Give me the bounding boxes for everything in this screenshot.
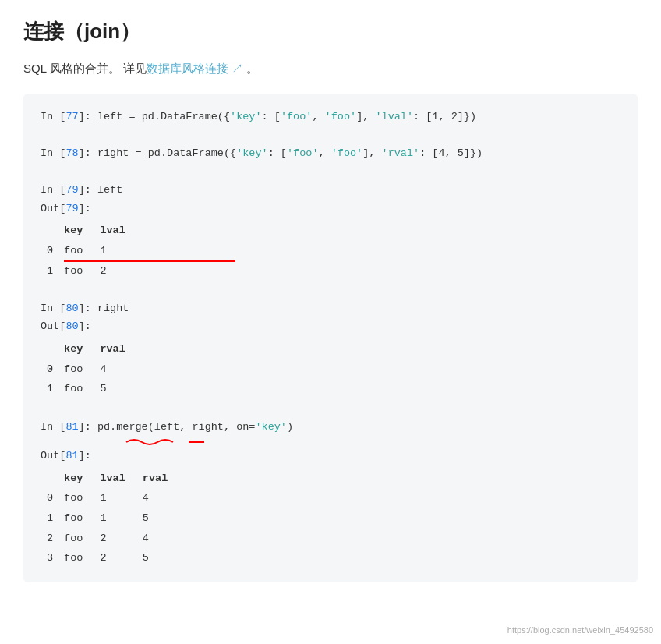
intro-text: SQL 风格的合并。 详见数据库风格连接 ↗ 。	[23, 59, 638, 78]
main-code-block: In [77]: left = pd.DataFrame({'key': ['f…	[23, 94, 638, 582]
table-79: key lval 0 foo 1 1 foo 2	[41, 221, 620, 281]
cell-79: In [79]: left Out[79]: key lval 0 foo 1	[41, 181, 620, 281]
cell-number-79: 79	[65, 184, 78, 196]
cell-77: In [77]: left = pd.DataFrame({'key': ['f…	[41, 108, 620, 126]
page-title: 连接（join）	[23, 16, 638, 48]
table-81: key lval rval 0 foo 1 4 1 foo 1 5 2	[41, 469, 620, 568]
cell-78: In [78]: right = pd.DataFrame({'key': ['…	[41, 144, 620, 163]
cell-number-80: 80	[65, 303, 78, 314]
annotation-svg	[118, 436, 259, 447]
cell-81: In [81]: pd.merge(left, right, on='key')…	[41, 418, 620, 568]
in-label-77: In [	[41, 111, 65, 122]
out-label-79: Out[79]:	[41, 200, 620, 218]
cell-80: In [80]: right Out[80]: key rval 0 foo 4…	[41, 299, 620, 399]
cell-number-77: 77	[65, 111, 78, 122]
table-80: key rval 0 foo 4 1 foo 5	[41, 339, 620, 399]
merge-annotation	[118, 436, 620, 447]
intro-link[interactable]: 数据库风格连接 ↗	[147, 62, 243, 75]
cell-number-78: 78	[65, 147, 78, 159]
cell-number-81: 81	[65, 421, 78, 433]
out-label-80: Out[80]:	[41, 317, 620, 336]
out-label-81: Out[81]:	[41, 447, 620, 465]
